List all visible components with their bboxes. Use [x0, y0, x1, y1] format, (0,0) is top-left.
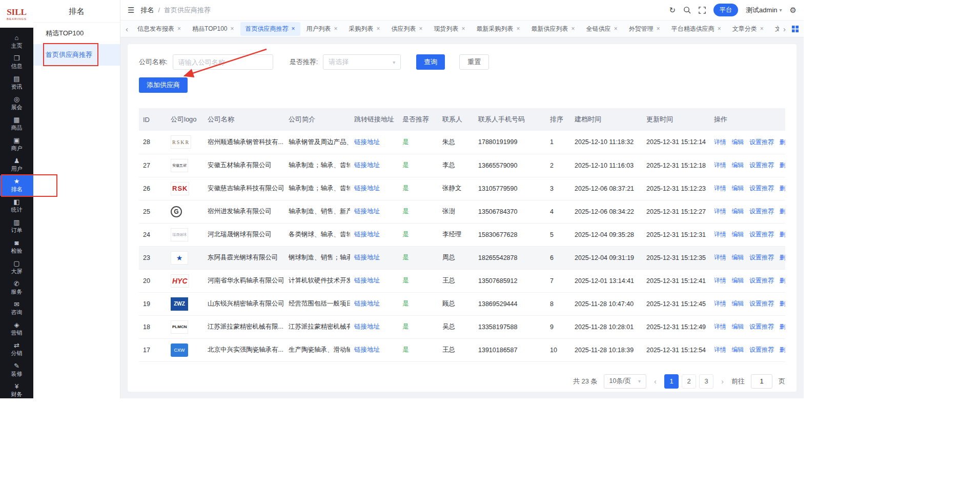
- detail-link[interactable]: 详情: [714, 254, 726, 261]
- sidebar-item-exhibition[interactable]: ◎ 展会: [0, 93, 33, 114]
- page-button[interactable]: 1: [664, 374, 679, 389]
- tab[interactable]: 用户列表 ×: [301, 22, 343, 36]
- edit-link[interactable]: 编辑: [731, 185, 744, 192]
- link-address[interactable]: 链接地址: [354, 185, 380, 192]
- set-recommend-link[interactable]: 设置推荐: [749, 208, 774, 215]
- sidebar-item-news[interactable]: ▤ 资讯: [0, 73, 33, 93]
- tab[interactable]: 最新采购列表 ×: [472, 22, 525, 36]
- delete-link[interactable]: 删除: [779, 138, 785, 146]
- set-recommend-link[interactable]: 设置推荐: [749, 185, 774, 192]
- breadcrumb-root[interactable]: 排名: [140, 6, 154, 15]
- sidebar-item-order[interactable]: ▥ 订单: [0, 216, 33, 237]
- close-icon[interactable]: ×: [231, 26, 234, 32]
- tab[interactable]: 文章分类 ×: [727, 22, 769, 36]
- prev-page-icon[interactable]: ‹: [652, 377, 658, 386]
- sidebar-item-ranking[interactable]: ★ 排名: [0, 175, 33, 196]
- close-icon[interactable]: ×: [571, 26, 575, 32]
- tab[interactable]: 首页供应商推荐 ×: [240, 22, 300, 36]
- tabs-scroll-right-icon[interactable]: ›: [781, 25, 788, 33]
- sidebar-item-service[interactable]: ✆ 服务: [0, 278, 33, 298]
- link-address[interactable]: 链接地址: [354, 138, 380, 146]
- delete-link[interactable]: 删除: [779, 277, 785, 284]
- edit-link[interactable]: 编辑: [731, 161, 744, 169]
- tab[interactable]: 全链供应 ×: [581, 22, 623, 36]
- close-icon[interactable]: ×: [177, 26, 181, 32]
- brand-logo[interactable]: SILL BEARINGS: [0, 0, 33, 28]
- tabs-scroll-left-icon[interactable]: ‹: [124, 25, 130, 33]
- delete-link[interactable]: 删除: [779, 231, 785, 238]
- company-name-input[interactable]: [173, 54, 273, 70]
- close-icon[interactable]: ×: [657, 26, 660, 32]
- sidebar-item-finance[interactable]: ¥ 财务: [0, 380, 33, 398]
- detail-link[interactable]: 详情: [714, 185, 726, 192]
- next-page-icon[interactable]: ›: [720, 377, 725, 386]
- delete-link[interactable]: 删除: [779, 208, 785, 215]
- page-button[interactable]: 2: [682, 374, 696, 389]
- link-address[interactable]: 链接地址: [354, 323, 380, 330]
- sidebar-item-bigscreen[interactable]: ▢ 大屏: [0, 257, 33, 278]
- set-recommend-link[interactable]: 设置推荐: [749, 231, 774, 238]
- goto-page-input[interactable]: [751, 374, 772, 389]
- platform-badge[interactable]: 平台: [713, 4, 738, 16]
- set-recommend-link[interactable]: 设置推荐: [749, 254, 774, 261]
- close-icon[interactable]: ×: [419, 26, 423, 32]
- search-button[interactable]: 查询: [416, 54, 445, 70]
- sidebar-item-decoration[interactable]: ✎ 装修: [0, 360, 33, 380]
- set-recommend-link[interactable]: 设置推荐: [749, 346, 774, 353]
- delete-link[interactable]: 删除: [779, 185, 785, 192]
- sidebar-item-consult[interactable]: ✉ 咨询: [0, 298, 33, 319]
- edit-link[interactable]: 编辑: [731, 277, 744, 284]
- tab[interactable]: 现货列表 ×: [429, 22, 471, 36]
- link-address[interactable]: 链接地址: [354, 254, 380, 261]
- sidebar-item-goods[interactable]: ▦ 商品: [0, 114, 33, 134]
- sidebar-item-inspection[interactable]: ◙ 检验: [0, 237, 33, 257]
- set-recommend-link[interactable]: 设置推荐: [749, 323, 774, 330]
- close-icon[interactable]: ×: [760, 26, 764, 32]
- edit-link[interactable]: 编辑: [731, 138, 744, 146]
- sidebar-item-user[interactable]: ♟ 用户: [0, 155, 33, 175]
- submenu-item[interactable]: 精选TOP100: [33, 23, 120, 44]
- close-icon[interactable]: ×: [614, 26, 618, 32]
- detail-link[interactable]: 详情: [714, 323, 726, 330]
- delete-link[interactable]: 删除: [779, 323, 785, 330]
- close-icon[interactable]: ×: [334, 26, 338, 32]
- delete-link[interactable]: 删除: [779, 161, 785, 169]
- set-recommend-link[interactable]: 设置推荐: [749, 277, 774, 284]
- detail-link[interactable]: 详情: [714, 277, 726, 284]
- link-address[interactable]: 链接地址: [354, 231, 380, 238]
- set-recommend-link[interactable]: 设置推荐: [749, 138, 774, 146]
- refresh-icon[interactable]: ↻: [669, 6, 676, 14]
- set-recommend-link[interactable]: 设置推荐: [749, 300, 774, 307]
- sidebar-item-stats[interactable]: ◧ 统计: [0, 196, 33, 216]
- edit-link[interactable]: 编辑: [731, 231, 744, 238]
- reset-button[interactable]: 重置: [459, 54, 489, 70]
- sidebar-item-distribution[interactable]: ⇄ 分销: [0, 339, 33, 360]
- set-recommend-link[interactable]: 设置推荐: [749, 161, 774, 169]
- delete-link[interactable]: 删除: [779, 346, 785, 353]
- tab[interactable]: 外贸管理 ×: [624, 22, 665, 36]
- sidebar-item-marketing[interactable]: ◈ 营销: [0, 319, 33, 339]
- detail-link[interactable]: 详情: [714, 300, 726, 307]
- submenu-item[interactable]: 首页供应商推荐: [33, 44, 120, 66]
- link-address[interactable]: 链接地址: [354, 300, 380, 307]
- tab[interactable]: 精品TOP100 ×: [187, 22, 239, 36]
- edit-link[interactable]: 编辑: [731, 254, 744, 261]
- close-icon[interactable]: ×: [517, 26, 520, 32]
- tab[interactable]: 平台精选供应商 ×: [666, 22, 726, 36]
- detail-link[interactable]: 详情: [714, 231, 726, 238]
- link-address[interactable]: 链接地址: [354, 346, 380, 353]
- sidebar-item-merchant[interactable]: ▣ 商户: [0, 134, 33, 155]
- delete-link[interactable]: 删除: [779, 254, 785, 261]
- tab[interactable]: 信息发布报表 ×: [132, 22, 186, 36]
- page-button[interactable]: 3: [699, 374, 713, 389]
- tab[interactable]: 最新供应列表 ×: [526, 22, 580, 36]
- hamburger-icon[interactable]: ☰: [128, 6, 134, 15]
- sidebar-item-info[interactable]: ❒ 信息: [0, 52, 33, 73]
- add-supplier-button[interactable]: 添加供应商: [139, 77, 188, 93]
- link-address[interactable]: 链接地址: [354, 208, 380, 215]
- fullscreen-icon[interactable]: [699, 7, 706, 14]
- close-icon[interactable]: ×: [292, 26, 295, 32]
- user-menu[interactable]: 测试admin ▾: [746, 6, 782, 15]
- detail-link[interactable]: 详情: [714, 208, 726, 215]
- close-icon[interactable]: ×: [377, 26, 380, 32]
